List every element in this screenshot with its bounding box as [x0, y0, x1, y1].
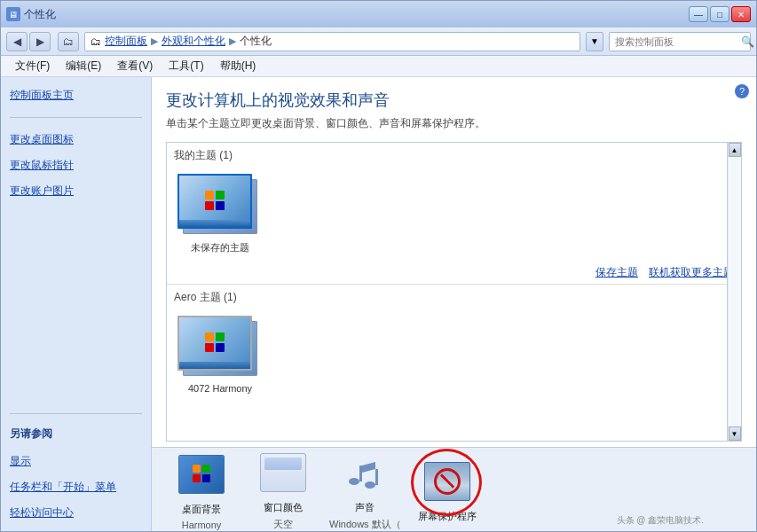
- theme-scroll-area[interactable]: 我的主题 (1): [166, 142, 742, 442]
- scrollbar[interactable]: ▲ ▼: [727, 143, 741, 441]
- harmony-thumb-front: [177, 316, 252, 371]
- sidebar-divider2: [10, 413, 142, 414]
- sidebar-link-account[interactable]: 更改账户图片: [10, 182, 142, 200]
- harmony-theme-thumbnail: [177, 316, 263, 379]
- sidebar-ease-link[interactable]: 轻松访问中心: [10, 504, 142, 522]
- svg-rect-4: [375, 469, 378, 485]
- window-color-item[interactable]: 窗口颜色 天空: [248, 448, 319, 531]
- desktop-background-sublabel: Harmony: [182, 520, 222, 530]
- sound-icon: [342, 453, 388, 492]
- page-desc: 单击某个主题立即更改桌面背景、窗口颜色、声音和屏幕保护程序。: [166, 116, 742, 131]
- scroll-up-button[interactable]: ▲: [729, 143, 741, 157]
- address-icon: 🗂: [91, 35, 101, 48]
- unsaved-theme-label: 未保存的主题: [191, 241, 249, 254]
- sidebar-also-title: 另请参阅: [10, 426, 142, 442]
- address-field[interactable]: 🗂 控制面板 ▶ 外观和个性化 ▶ 个性化: [84, 32, 580, 51]
- svg-rect-1: [359, 466, 362, 481]
- minimize-button[interactable]: —: [689, 6, 708, 22]
- sound-svg: [342, 453, 388, 492]
- back-button[interactable]: ◀: [6, 32, 28, 51]
- desktop-background-icon-wrap: [173, 450, 230, 499]
- search-icon: 🔍: [741, 35, 754, 48]
- address-part2: 外观和个性化: [162, 34, 225, 49]
- sidebar-display-link[interactable]: 显示: [10, 452, 142, 471]
- help-button[interactable]: ?: [735, 84, 749, 98]
- screensaver-icon: [424, 462, 470, 501]
- sound-label: 声音: [355, 501, 375, 514]
- main-window: 🖥 个性化 — □ ✕ ◀ ▶ 🗂 🗂 控制面板 ▶ 外观和个性化 ▶ 个性化 …: [0, 0, 757, 532]
- unsaved-theme-thumbnail: [177, 174, 263, 238]
- sound-icon-wrap: [336, 448, 393, 497]
- sidebar-divider1: [10, 117, 142, 118]
- aero-themes-label: Aero 主题 (1): [167, 285, 741, 309]
- menu-bar: 文件(F) 编辑(E) 查看(V) 工具(T) 帮助(H): [1, 56, 756, 77]
- aero-themes-grid: 4072 Harmony: [167, 309, 741, 401]
- sidebar: 控制面板主页 更改桌面图标 更改鼠标指针 更改账户图片 另请参阅 显示 任务栏和…: [1, 77, 152, 531]
- menu-help[interactable]: 帮助(H): [213, 57, 264, 75]
- main-area: 控制面板主页 更改桌面图标 更改鼠标指针 更改账户图片 另请参阅 显示 任务栏和…: [1, 77, 756, 531]
- screensaver-item[interactable]: 屏幕保护程序: [412, 457, 483, 523]
- theme-actions: 保存主题 联机获取更多主题: [167, 262, 741, 284]
- sidebar-link-desktop-icons[interactable]: 更改桌面图标: [10, 130, 142, 149]
- window-title: 个性化: [24, 7, 685, 22]
- window-color-sublabel: 天空: [273, 518, 293, 531]
- window-icon: 🖥: [6, 7, 20, 21]
- window-color-icon: [260, 453, 306, 492]
- screensaver-no-symbol: [434, 468, 461, 495]
- svg-point-0: [349, 478, 359, 485]
- close-button[interactable]: ✕: [731, 6, 751, 22]
- unsaved-theme-item[interactable]: 未保存的主题: [174, 170, 266, 258]
- up-button[interactable]: 🗂: [58, 32, 79, 51]
- more-themes-link[interactable]: 联机获取更多主题: [649, 265, 734, 280]
- svg-point-3: [365, 481, 375, 489]
- sidebar-main-link[interactable]: 控制面板主页: [10, 86, 142, 105]
- desktop-background-icon: [178, 455, 225, 494]
- nav-buttons: ◀ ▶: [6, 32, 51, 51]
- window-color-icon-wrap: [255, 448, 311, 497]
- page-title: 更改计算机上的视觉效果和声音: [166, 90, 742, 111]
- bottom-toolbar: 桌面背景 Harmony 窗口颜色 天空: [152, 447, 756, 531]
- search-input[interactable]: [615, 36, 737, 47]
- address-part3: 个性化: [240, 34, 272, 49]
- address-bar: ◀ ▶ 🗂 🗂 控制面板 ▶ 外观和个性化 ▶ 个性化 ▼ 🔍: [1, 27, 756, 56]
- save-theme-link[interactable]: 保存主题: [595, 265, 638, 280]
- harmony-win-logo: [205, 332, 225, 352]
- screensaver-icon-wrap: [419, 457, 476, 506]
- sound-item[interactable]: 声音 Windows 默认（: [329, 448, 401, 531]
- harmony-theme-label: 4072 Harmony: [188, 383, 252, 394]
- sidebar-taskbar-link[interactable]: 任务栏和「开始」菜单: [10, 478, 142, 497]
- desktop-background-item[interactable]: 桌面背景 Harmony: [166, 450, 237, 530]
- sidebar-link-mouse[interactable]: 更改鼠标指针: [10, 156, 142, 175]
- menu-edit[interactable]: 编辑(E): [59, 57, 108, 75]
- forward-button[interactable]: ▶: [29, 32, 51, 51]
- window-color-label: 窗口颜色: [264, 501, 303, 514]
- windows-logo-small: [205, 191, 225, 210]
- scroll-track: [729, 157, 741, 426]
- search-box[interactable]: 🔍: [609, 32, 751, 51]
- my-themes-grid: 未保存的主题: [167, 167, 741, 262]
- harmony-theme-item[interactable]: 4072 Harmony: [174, 312, 266, 397]
- screensaver-slash: [440, 473, 454, 488]
- sound-sublabel: Windows 默认（: [329, 518, 401, 531]
- desktop-bg-win-logo: [193, 465, 210, 482]
- thumb-front: [177, 174, 252, 229]
- address-sep1: ▶: [151, 35, 158, 47]
- title-buttons: — □ ✕: [689, 6, 751, 22]
- my-themes-label: 我的主题 (1): [167, 143, 741, 167]
- desktop-background-label: 桌面背景: [182, 503, 221, 516]
- maximize-button[interactable]: □: [710, 6, 729, 22]
- menu-file[interactable]: 文件(F): [8, 57, 57, 75]
- scroll-down-button[interactable]: ▼: [729, 426, 741, 441]
- screensaver-label: 屏幕保护程序: [418, 510, 477, 523]
- svg-marker-2: [362, 462, 375, 473]
- content-panel: 更改计算机上的视觉效果和声音 单击某个主题立即更改桌面背景、窗口颜色、声音和屏幕…: [152, 77, 756, 531]
- menu-view[interactable]: 查看(V): [110, 57, 160, 75]
- address-sep2: ▶: [229, 35, 236, 47]
- address-dropdown-button[interactable]: ▼: [586, 32, 603, 51]
- address-part1: 控制面板: [105, 34, 147, 49]
- menu-tools[interactable]: 工具(T): [162, 57, 210, 75]
- content-header: 更改计算机上的视觉效果和声音 单击某个主题立即更改桌面背景、窗口颜色、声音和屏幕…: [152, 77, 756, 137]
- title-bar: 🖥 个性化 — □ ✕: [1, 1, 756, 27]
